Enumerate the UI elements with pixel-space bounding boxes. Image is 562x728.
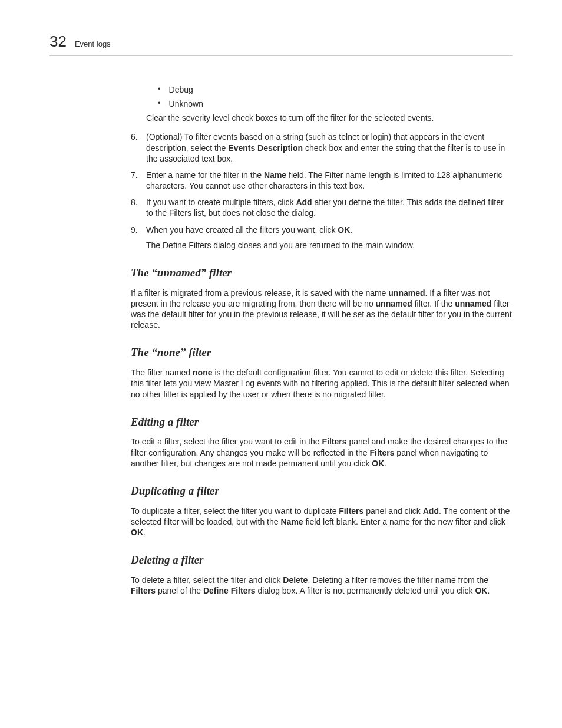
paragraph: To delete a filter, select the filter an…	[131, 575, 513, 596]
step-body: (Optional) To filter events based on a s…	[146, 131, 513, 164]
bold-term: Filters	[322, 437, 347, 446]
bold-term: Filters	[339, 506, 363, 516]
text: . Deleting a filter removes the filter n…	[308, 575, 488, 585]
step-body: If you want to create multiple filters, …	[146, 197, 513, 218]
bold-term: unnamed	[455, 299, 491, 308]
text: panel of the	[156, 586, 203, 595]
page-number: 32	[49, 32, 67, 52]
paragraph: To edit a filter, select the filter you …	[131, 436, 513, 469]
list-item: • Unknown	[158, 98, 513, 109]
step-9: 9. When you have created all the filters…	[131, 225, 513, 251]
text: filter. If the	[412, 299, 455, 308]
bold-term: Define Filters	[203, 586, 256, 595]
heading-duplicating-filter: Duplicating a filter	[131, 484, 513, 499]
heading-editing-filter: Editing a filter	[131, 415, 513, 430]
text: field left blank. Enter a name for the n…	[303, 517, 505, 526]
step-number: 9.	[131, 225, 141, 251]
paragraph: If a filter is migrated from a previous …	[131, 288, 513, 331]
heading-none-filter: The “none” filter	[131, 345, 513, 360]
text: Enter a name for the filter in the	[146, 170, 264, 180]
bold-term: OK	[338, 225, 350, 235]
bold-term: Events Description	[228, 143, 303, 153]
text: If you want to create multiple filters, …	[146, 197, 296, 207]
document-page: 32 Event logs • Debug • Unknown Clear th…	[0, 0, 562, 728]
follow-paragraph: The Define Filters dialog closes and you…	[146, 240, 513, 251]
text: .	[384, 459, 386, 468]
bold-term: Add	[423, 506, 439, 516]
bold-term: unnamed	[376, 299, 412, 308]
bullet-text: Debug	[169, 84, 193, 95]
text: To edit a filter, select the filter you …	[131, 437, 322, 446]
step-body: Enter a name for the filter in the Name …	[146, 170, 513, 191]
bold-term: OK	[372, 459, 384, 468]
page-header: 32 Event logs	[49, 32, 513, 56]
list-item: • Debug	[158, 84, 513, 95]
bullet-icon: •	[158, 98, 161, 109]
text: The filter named	[131, 368, 193, 377]
bold-term: Filters	[131, 586, 156, 595]
bold-term: Filters	[369, 448, 394, 457]
step-body: When you have created all the filters yo…	[146, 225, 513, 251]
bullet-icon: •	[158, 84, 161, 95]
header-inner: 32 Event logs	[49, 32, 513, 52]
text: To duplicate a filter, select the filter…	[131, 506, 339, 516]
bold-term: unnamed	[388, 288, 425, 298]
text: If a filter is migrated from a previous …	[131, 288, 388, 298]
step-number: 8.	[131, 197, 141, 218]
text: panel and click	[363, 506, 422, 516]
bold-term: OK	[131, 528, 143, 537]
bold-term: Add	[296, 197, 312, 207]
section-name: Event logs	[75, 39, 111, 50]
step-6: 6. (Optional) To filter events based on …	[131, 131, 513, 164]
paragraph: To duplicate a filter, select the filter…	[131, 506, 513, 538]
heading-deleting-filter: Deleting a filter	[131, 553, 513, 568]
paragraph: The filter named none is the default con…	[131, 367, 513, 400]
text: .	[487, 586, 490, 595]
bold-term: Delete	[283, 575, 308, 585]
step-number: 7.	[131, 170, 141, 191]
bold-term: Name	[280, 517, 303, 526]
heading-unnamed-filter: The “unnamed” filter	[131, 266, 513, 281]
text: .	[350, 225, 352, 235]
step-number: 6.	[131, 131, 141, 164]
step-7: 7. Enter a name for the filter in the Na…	[131, 170, 513, 191]
step-8: 8. If you want to create multiple filter…	[131, 197, 513, 218]
bold-term: none	[193, 368, 212, 377]
paragraph: Clear the severity level check boxes to …	[146, 113, 513, 123]
text: To delete a filter, select the filter an…	[131, 575, 283, 585]
text: .	[143, 528, 146, 537]
text: When you have created all the filters yo…	[146, 225, 338, 235]
bold-term: OK	[475, 586, 487, 595]
page-content: • Debug • Unknown Clear the severity lev…	[131, 84, 513, 597]
bullet-list: • Debug • Unknown	[158, 84, 513, 109]
text: dialog box. A filter is not permanently …	[256, 586, 475, 595]
bullet-text: Unknown	[169, 98, 203, 109]
bold-term: Name	[264, 170, 286, 180]
